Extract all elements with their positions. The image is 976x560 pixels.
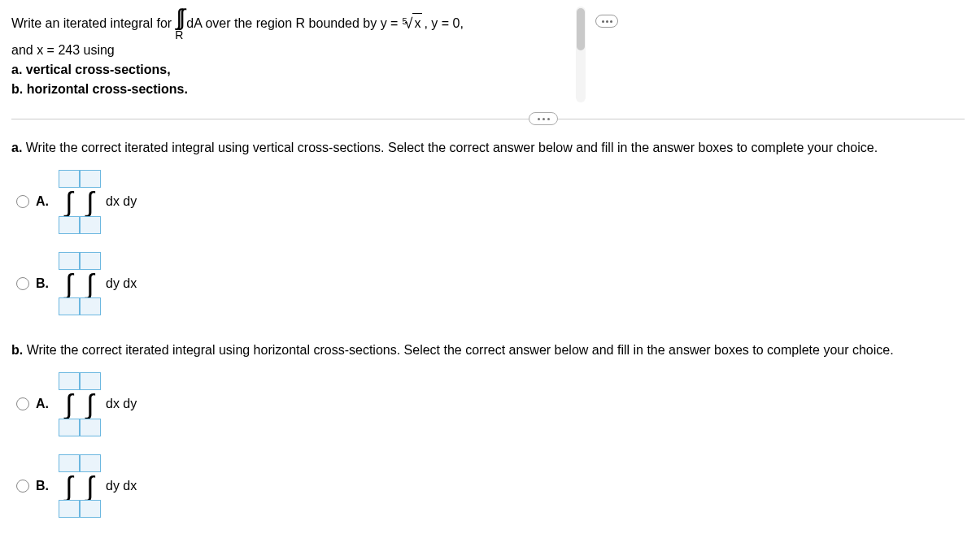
differential-a-A: dx dy	[106, 194, 137, 209]
radio-a-A[interactable]	[16, 195, 29, 208]
upper-limit-input[interactable]	[80, 170, 101, 188]
upper-limit-input[interactable]	[59, 454, 80, 472]
lower-limit-input[interactable]	[59, 500, 80, 518]
upper-limit-input[interactable]	[59, 252, 80, 270]
integral-icon: ∫	[64, 474, 73, 499]
expand-button[interactable]	[595, 15, 618, 28]
differential-b-A: dx dy	[106, 397, 137, 411]
q-line3: a. vertical cross-sections,	[11, 60, 965, 80]
part-a-section: a. Write the correct iterated integral u…	[0, 134, 976, 336]
part-b-text: Write the correct iterated integral usin…	[27, 343, 894, 357]
root-body: x	[412, 13, 422, 33]
part-a-prompt: a. Write the correct iterated integral u…	[11, 141, 965, 155]
part-a-prefix: a.	[11, 141, 22, 154]
integral-icon: ∫	[64, 271, 73, 297]
upper-limit-input[interactable]	[59, 170, 80, 188]
q-text-2: dA over the region R bounded by y =	[186, 14, 398, 33]
integral-icon: ∫	[64, 392, 73, 417]
q-line4: b. horizontal cross-sections.	[11, 80, 965, 99]
part-b-prefix: b.	[11, 343, 23, 357]
label-a-A: A.	[36, 194, 52, 209]
label-b-A: A.	[36, 397, 52, 411]
integral-icon: ∫∫	[176, 7, 182, 29]
integral-b-A: ∫ ∫ dx dy	[59, 372, 137, 436]
part-a-option-B[interactable]: B. ∫ ∫ dy dx	[11, 252, 965, 316]
integral-icon: ∫	[64, 189, 73, 215]
radio-b-A[interactable]	[16, 397, 29, 410]
part-b-option-A[interactable]: A. ∫ ∫ dx dy	[11, 372, 965, 436]
upper-limit-input[interactable]	[59, 372, 80, 390]
lower-limit-input[interactable]	[59, 419, 80, 436]
lower-limit-input[interactable]	[80, 216, 101, 234]
part-b-option-B[interactable]: B. ∫ ∫ dy dx	[11, 454, 965, 519]
q-text-3: , y = 0,	[424, 14, 463, 33]
scrollbar-thumb[interactable]	[577, 8, 585, 50]
integral-b-B: ∫ ∫ dy dx	[59, 454, 137, 519]
section-divider	[11, 119, 965, 119]
part-b-prompt: b. Write the correct iterated integral u…	[11, 343, 965, 358]
q-text-1: Write an iterated integral for	[11, 14, 172, 33]
lower-limit-input[interactable]	[59, 297, 80, 315]
integral-a-A: ∫ ∫ dx dy	[59, 170, 137, 234]
part-a-option-A[interactable]: A. ∫ ∫ dx dy	[11, 170, 965, 234]
integral-icon: ∫	[85, 474, 94, 499]
label-b-B: B.	[36, 479, 52, 493]
radio-a-B[interactable]	[16, 277, 29, 290]
question-text: Write an iterated integral for ∫∫ R dA o…	[11, 7, 965, 99]
q-line2: and x = 243 using	[11, 41, 965, 60]
upper-limit-input[interactable]	[80, 372, 101, 390]
integral-a-B: ∫ ∫ dy dx	[59, 252, 137, 316]
question-block: Write an iterated integral for ∫∫ R dA o…	[0, 0, 976, 111]
lower-limit-input[interactable]	[80, 500, 101, 518]
double-integral-R: ∫∫ R	[175, 7, 183, 41]
fifth-root: 5 √ x	[399, 13, 422, 35]
radio-b-B[interactable]	[16, 480, 29, 493]
upper-limit-input[interactable]	[80, 454, 101, 472]
more-icon[interactable]	[529, 112, 558, 125]
integral-icon: ∫	[85, 392, 94, 417]
scrollbar[interactable]	[576, 7, 586, 102]
lower-limit-input[interactable]	[59, 216, 80, 234]
part-b-section: b. Write the correct iterated integral u…	[0, 336, 976, 524]
differential-b-B: dy dx	[106, 479, 137, 493]
integral-subscript: R	[175, 29, 183, 41]
integral-icon: ∫	[85, 271, 94, 297]
upper-limit-input[interactable]	[80, 252, 101, 270]
label-a-B: B.	[36, 276, 52, 291]
root-index: 5	[402, 15, 407, 28]
differential-a-B: dy dx	[106, 276, 137, 291]
part-a-text: Write the correct iterated integral usin…	[26, 141, 878, 154]
lower-limit-input[interactable]	[80, 419, 101, 436]
lower-limit-input[interactable]	[80, 297, 101, 315]
integral-icon: ∫	[85, 189, 94, 215]
